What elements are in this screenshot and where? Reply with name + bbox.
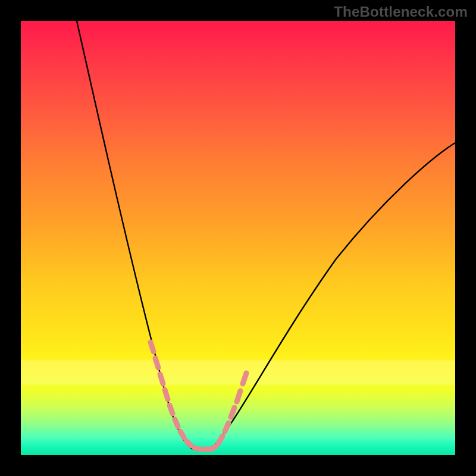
watermark-text: TheBottleneck.com [334,4,468,20]
svg-line-14 [237,391,240,402]
curve-right-branch [211,143,455,449]
svg-line-0 [151,342,154,352]
svg-line-6 [180,431,184,437]
svg-line-2 [160,374,163,384]
dotted-overlay-left [151,342,209,449]
svg-line-1 [155,358,158,368]
svg-line-15 [243,373,246,384]
svg-line-4 [170,405,173,414]
svg-line-3 [165,390,168,399]
svg-line-5 [175,419,178,427]
svg-line-7 [186,441,191,446]
svg-line-11 [218,436,223,443]
svg-line-10 [211,446,216,449]
curve-layer [21,21,455,455]
svg-line-12 [225,423,228,431]
svg-line-8 [195,448,201,449]
dotted-overlay-right [211,373,246,449]
svg-line-13 [231,408,234,417]
chart-frame: TheBottleneck.com [0,0,476,476]
curve-left-branch [77,21,193,449]
plot-area [21,21,455,455]
